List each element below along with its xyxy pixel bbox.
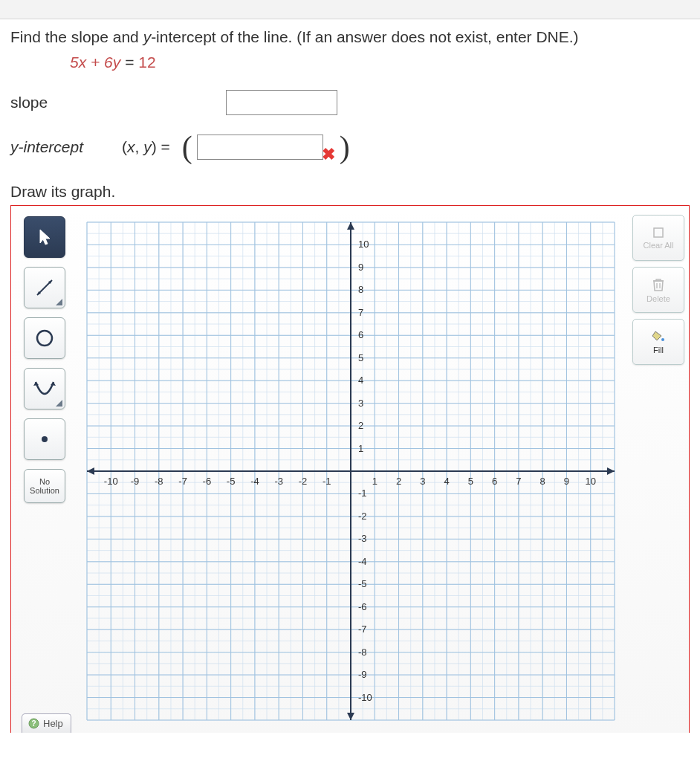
clear-all-icon (652, 227, 664, 239)
svg-text:-4: -4 (358, 556, 367, 567)
yintercept-input[interactable] (197, 135, 323, 160)
help-button[interactable]: ? Help (22, 713, 71, 733)
help-label: Help (43, 718, 63, 729)
parabola-icon (33, 378, 56, 400)
svg-text:4: 4 (358, 375, 363, 386)
svg-marker-147 (347, 222, 354, 230)
svg-text:-3: -3 (274, 476, 283, 487)
svg-text:8: 8 (540, 476, 545, 487)
wrong-icon: ✖ (322, 145, 335, 164)
prompt-mid: -intercept of the line. (If an answer do… (151, 28, 578, 45)
svg-text:-6: -6 (203, 476, 212, 487)
svg-text:7: 7 (516, 476, 521, 487)
svg-text:-9: -9 (358, 669, 367, 680)
svg-text:-7: -7 (358, 624, 367, 635)
fill-icon (651, 330, 666, 343)
yintercept-row: y-intercept (x, y) = ( ✖ ) (10, 129, 690, 165)
circle-icon (33, 327, 56, 349)
help-icon: ? (28, 718, 39, 729)
svg-marker-146 (87, 467, 94, 475)
svg-text:-8: -8 (155, 476, 163, 487)
no-solution-tool[interactable]: No Solution (24, 469, 65, 503)
svg-text:?: ? (31, 719, 36, 728)
svg-text:-4: -4 (250, 476, 259, 487)
equation-rhs: 12 (138, 54, 155, 71)
slope-input[interactable] (226, 90, 337, 115)
svg-text:-1: -1 (358, 488, 367, 499)
svg-text:-10: -10 (358, 692, 372, 703)
inputs-block: slope y-intercept (x, y) = ( ✖ ) (10, 85, 690, 165)
yintercept-label: y-intercept (10, 138, 122, 156)
delete-button[interactable]: Delete (632, 267, 684, 313)
svg-text:10: 10 (585, 476, 595, 487)
graph-canvas-area[interactable]: -10-9-8-7-6-5-4-3-2-112345678910-10-9-8-… (80, 215, 625, 733)
coordinate-grid: -10-9-8-7-6-5-4-3-2-112345678910-10-9-8-… (80, 215, 622, 728)
graph-panel: No Solution -10-9-8-7-6-5-4-3-2-11234567… (10, 205, 690, 733)
xy-equals: (x, y) = (122, 138, 170, 156)
svg-text:10: 10 (358, 239, 369, 250)
svg-marker-145 (607, 467, 615, 475)
svg-text:5: 5 (468, 476, 473, 487)
svg-text:1: 1 (372, 476, 377, 487)
right-column: Clear All Delete Fill (632, 215, 684, 365)
svg-text:-3: -3 (358, 533, 367, 544)
slope-label: slope (10, 94, 122, 111)
question-content: Find the slope and y-intercept of the li… (0, 19, 700, 733)
svg-text:2: 2 (396, 476, 401, 487)
svg-text:9: 9 (564, 476, 569, 487)
svg-text:1: 1 (358, 443, 363, 454)
nosol-line1: No (39, 477, 50, 486)
pointer-icon (37, 228, 52, 246)
trash-icon (652, 277, 665, 292)
question-prompt: Find the slope and y-intercept of the li… (10, 28, 690, 46)
svg-text:-8: -8 (358, 647, 367, 658)
y-ital: y (143, 28, 152, 45)
svg-text:-1: -1 (323, 476, 331, 487)
clear-all-button[interactable]: Clear All (632, 215, 684, 261)
svg-rect-189 (654, 228, 663, 237)
equation-eq: = (120, 54, 138, 71)
equation: 5x + 6y = 12 (70, 54, 690, 71)
line-icon (33, 276, 56, 299)
circle-tool[interactable] (24, 317, 65, 359)
top-band (0, 0, 700, 19)
svg-point-190 (661, 338, 664, 341)
fill-button[interactable]: Fill (632, 319, 684, 365)
svg-text:6: 6 (492, 476, 497, 487)
point-icon (39, 434, 50, 444)
nosol-line2: Solution (30, 486, 59, 495)
svg-point-6 (42, 436, 48, 442)
delete-label: Delete (646, 294, 670, 303)
svg-text:7: 7 (358, 307, 363, 318)
svg-text:-2: -2 (299, 476, 308, 487)
svg-text:9: 9 (358, 262, 363, 273)
svg-text:-2: -2 (358, 511, 367, 522)
svg-text:-5: -5 (227, 476, 236, 487)
svg-marker-148 (347, 713, 354, 720)
parabola-tool[interactable] (24, 368, 65, 409)
equation-lhs: 5x + 6y (70, 54, 120, 71)
prompt-pre: Find the slope and (10, 28, 143, 45)
draw-heading: Draw its graph. (10, 183, 690, 201)
svg-text:-5: -5 (358, 578, 367, 589)
paren-close: ) (335, 132, 354, 163)
pointer-tool[interactable] (24, 216, 65, 258)
slope-row: slope (10, 85, 690, 120)
svg-text:6: 6 (358, 329, 363, 340)
svg-text:3: 3 (420, 476, 425, 487)
svg-text:-9: -9 (131, 476, 140, 487)
svg-text:-7: -7 (178, 476, 187, 487)
svg-text:4: 4 (444, 476, 449, 487)
clear-all-label: Clear All (644, 241, 674, 250)
svg-point-3 (37, 331, 52, 346)
svg-text:3: 3 (358, 398, 363, 409)
svg-text:8: 8 (358, 284, 363, 295)
fill-label: Fill (653, 346, 664, 354)
line-tool[interactable] (24, 267, 65, 308)
point-tool[interactable] (24, 418, 65, 460)
paren-open: ( (178, 132, 197, 163)
svg-text:2: 2 (358, 420, 363, 431)
svg-text:-10: -10 (104, 476, 118, 487)
svg-text:5: 5 (358, 352, 363, 363)
tool-column: No Solution (16, 215, 74, 733)
